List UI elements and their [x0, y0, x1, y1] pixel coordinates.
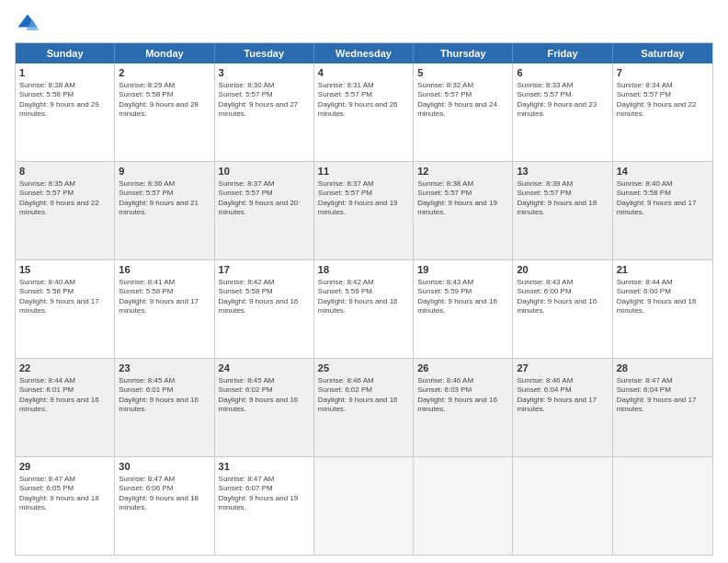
day-number: 18	[318, 263, 409, 277]
day-number: 23	[119, 362, 210, 375]
day-number: 29	[19, 460, 110, 474]
day-number: 17	[219, 263, 310, 277]
cell-info: Sunrise: 8:47 AM Sunset: 6:04 PM Dayligh…	[617, 376, 709, 415]
calendar-cell	[414, 457, 513, 555]
calendar-cell: 14Sunrise: 8:40 AM Sunset: 5:58 PM Dayli…	[613, 162, 712, 259]
day-number: 11	[318, 165, 409, 178]
calendar-cell: 9Sunrise: 8:36 AM Sunset: 5:57 PM Daylig…	[115, 162, 214, 259]
cell-info: Sunrise: 8:46 AM Sunset: 6:02 PM Dayligh…	[318, 376, 409, 415]
day-number: 26	[417, 362, 508, 375]
day-number: 13	[517, 165, 608, 178]
calendar-cell: 6Sunrise: 8:33 AM Sunset: 5:57 PM Daylig…	[513, 63, 612, 161]
day-number: 12	[417, 165, 508, 178]
calendar: SundayMondayTuesdayWednesdayThursdayFrid…	[15, 42, 713, 556]
calendar-cell: 24Sunrise: 8:45 AM Sunset: 6:02 PM Dayli…	[215, 359, 314, 456]
cell-info: Sunrise: 8:31 AM Sunset: 5:57 PM Dayligh…	[318, 81, 409, 120]
calendar-cell: 5Sunrise: 8:32 AM Sunset: 5:57 PM Daylig…	[414, 63, 513, 161]
calendar-cell	[613, 457, 712, 555]
calendar-cell: 2Sunrise: 8:29 AM Sunset: 5:58 PM Daylig…	[115, 63, 214, 161]
calendar-row-3: 15Sunrise: 8:40 AM Sunset: 5:58 PM Dayli…	[16, 260, 712, 359]
day-header-monday: Monday	[115, 43, 214, 63]
day-number: 7	[617, 66, 709, 80]
day-number: 20	[517, 263, 608, 277]
day-number: 1	[19, 66, 110, 80]
day-number: 21	[617, 263, 709, 277]
cell-info: Sunrise: 8:46 AM Sunset: 6:04 PM Dayligh…	[517, 376, 608, 415]
day-number: 19	[417, 263, 508, 277]
calendar-cell: 11Sunrise: 8:37 AM Sunset: 5:57 PM Dayli…	[314, 162, 414, 259]
cell-info: Sunrise: 8:34 AM Sunset: 5:57 PM Dayligh…	[617, 81, 709, 120]
cell-info: Sunrise: 8:45 AM Sunset: 6:02 PM Dayligh…	[219, 376, 310, 415]
calendar-cell: 10Sunrise: 8:37 AM Sunset: 5:57 PM Dayli…	[215, 162, 314, 259]
calendar-row-2: 8Sunrise: 8:35 AM Sunset: 5:57 PM Daylig…	[16, 162, 712, 260]
day-number: 9	[119, 165, 210, 178]
day-header-tuesday: Tuesday	[215, 43, 314, 63]
page: SundayMondayTuesdayWednesdayThursdayFrid…	[0, 0, 728, 563]
calendar-cell: 28Sunrise: 8:47 AM Sunset: 6:04 PM Dayli…	[613, 359, 712, 456]
calendar-cell: 31Sunrise: 8:47 AM Sunset: 6:07 PM Dayli…	[215, 457, 314, 555]
cell-info: Sunrise: 8:36 AM Sunset: 5:57 PM Dayligh…	[119, 179, 210, 218]
header	[15, 11, 713, 37]
calendar-cell: 15Sunrise: 8:40 AM Sunset: 5:58 PM Dayli…	[16, 260, 115, 358]
calendar-row-1: 1Sunrise: 8:28 AM Sunset: 5:58 PM Daylig…	[16, 63, 712, 162]
cell-info: Sunrise: 8:40 AM Sunset: 5:58 PM Dayligh…	[617, 179, 709, 218]
cell-info: Sunrise: 8:41 AM Sunset: 5:58 PM Dayligh…	[119, 278, 210, 316]
cell-info: Sunrise: 8:45 AM Sunset: 6:01 PM Dayligh…	[119, 376, 210, 415]
day-number: 4	[318, 66, 409, 80]
calendar-cell: 3Sunrise: 8:30 AM Sunset: 5:57 PM Daylig…	[215, 63, 314, 161]
day-number: 3	[219, 66, 310, 80]
calendar-header: SundayMondayTuesdayWednesdayThursdayFrid…	[16, 43, 712, 63]
cell-info: Sunrise: 8:47 AM Sunset: 6:05 PM Dayligh…	[19, 475, 110, 513]
day-header-wednesday: Wednesday	[314, 43, 414, 63]
day-header-thursday: Thursday	[414, 43, 513, 63]
cell-info: Sunrise: 8:44 AM Sunset: 6:01 PM Dayligh…	[19, 376, 110, 415]
calendar-cell: 7Sunrise: 8:34 AM Sunset: 5:57 PM Daylig…	[613, 63, 712, 161]
day-number: 16	[119, 263, 210, 277]
day-number: 30	[119, 460, 210, 474]
cell-info: Sunrise: 8:28 AM Sunset: 5:58 PM Dayligh…	[19, 81, 110, 120]
day-header-saturday: Saturday	[613, 43, 712, 63]
logo-icon	[15, 11, 40, 37]
calendar-cell: 27Sunrise: 8:46 AM Sunset: 6:04 PM Dayli…	[513, 359, 612, 456]
calendar-cell: 18Sunrise: 8:42 AM Sunset: 5:59 PM Dayli…	[314, 260, 414, 358]
calendar-cell: 1Sunrise: 8:28 AM Sunset: 5:58 PM Daylig…	[16, 63, 115, 161]
day-number: 5	[417, 66, 508, 80]
cell-info: Sunrise: 8:30 AM Sunset: 5:57 PM Dayligh…	[219, 81, 310, 120]
cell-info: Sunrise: 8:38 AM Sunset: 5:57 PM Dayligh…	[417, 179, 508, 218]
day-number: 22	[19, 362, 110, 375]
logo	[15, 11, 44, 37]
calendar-cell: 19Sunrise: 8:43 AM Sunset: 5:59 PM Dayli…	[414, 260, 513, 358]
cell-info: Sunrise: 8:42 AM Sunset: 5:59 PM Dayligh…	[318, 278, 409, 316]
day-header-friday: Friday	[513, 43, 612, 63]
calendar-cell: 21Sunrise: 8:44 AM Sunset: 6:00 PM Dayli…	[613, 260, 712, 358]
day-number: 28	[617, 362, 709, 375]
day-number: 25	[318, 362, 409, 375]
day-number: 8	[19, 165, 110, 178]
calendar-cell: 23Sunrise: 8:45 AM Sunset: 6:01 PM Dayli…	[115, 359, 214, 456]
cell-info: Sunrise: 8:35 AM Sunset: 5:57 PM Dayligh…	[19, 179, 110, 218]
cell-info: Sunrise: 8:46 AM Sunset: 6:03 PM Dayligh…	[417, 376, 508, 415]
calendar-cell: 25Sunrise: 8:46 AM Sunset: 6:02 PM Dayli…	[314, 359, 414, 456]
day-number: 24	[219, 362, 310, 375]
calendar-row-4: 22Sunrise: 8:44 AM Sunset: 6:01 PM Dayli…	[16, 359, 712, 457]
calendar-cell: 20Sunrise: 8:43 AM Sunset: 6:00 PM Dayli…	[513, 260, 612, 358]
cell-info: Sunrise: 8:32 AM Sunset: 5:57 PM Dayligh…	[417, 81, 508, 120]
cell-info: Sunrise: 8:47 AM Sunset: 6:06 PM Dayligh…	[119, 475, 210, 513]
calendar-cell: 12Sunrise: 8:38 AM Sunset: 5:57 PM Dayli…	[414, 162, 513, 259]
day-number: 15	[19, 263, 110, 277]
calendar-cell: 26Sunrise: 8:46 AM Sunset: 6:03 PM Dayli…	[414, 359, 513, 456]
calendar-cell: 17Sunrise: 8:42 AM Sunset: 5:58 PM Dayli…	[215, 260, 314, 358]
cell-info: Sunrise: 8:37 AM Sunset: 5:57 PM Dayligh…	[318, 179, 409, 218]
cell-info: Sunrise: 8:42 AM Sunset: 5:58 PM Dayligh…	[219, 278, 310, 316]
calendar-cell: 29Sunrise: 8:47 AM Sunset: 6:05 PM Dayli…	[16, 457, 115, 555]
day-number: 27	[517, 362, 608, 375]
calendar-cell: 30Sunrise: 8:47 AM Sunset: 6:06 PM Dayli…	[115, 457, 214, 555]
cell-info: Sunrise: 8:39 AM Sunset: 5:57 PM Dayligh…	[517, 179, 608, 218]
day-header-sunday: Sunday	[16, 43, 115, 63]
cell-info: Sunrise: 8:29 AM Sunset: 5:58 PM Dayligh…	[119, 81, 210, 120]
day-number: 6	[517, 66, 608, 80]
calendar-body: 1Sunrise: 8:28 AM Sunset: 5:58 PM Daylig…	[16, 63, 712, 555]
day-number: 14	[617, 165, 709, 178]
cell-info: Sunrise: 8:44 AM Sunset: 6:00 PM Dayligh…	[617, 278, 709, 316]
calendar-cell: 13Sunrise: 8:39 AM Sunset: 5:57 PM Dayli…	[513, 162, 612, 259]
